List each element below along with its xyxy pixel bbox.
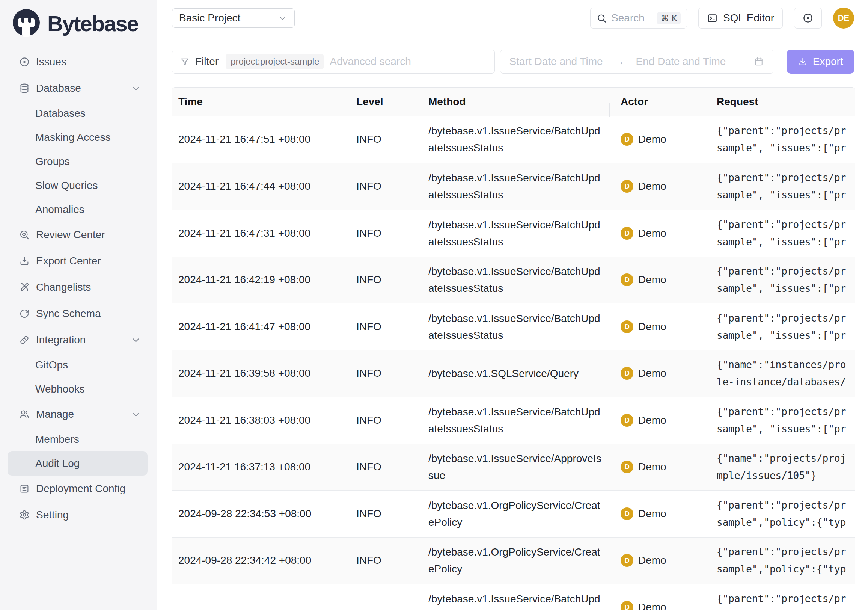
table-row[interactable]: 2024-11-21 16:47:51 +08:00INFO/bytebase.… — [172, 116, 855, 163]
sidebar-item-sync-schema[interactable]: Sync Schema — [8, 301, 147, 327]
sidebar-item-manage[interactable]: Manage — [8, 401, 147, 427]
actor-name: Demo — [638, 274, 666, 286]
search-button[interactable]: Search ⌘ K — [590, 8, 687, 28]
cell-time: 2024-11-21 16:47:31 +08:00 — [172, 227, 356, 239]
sql-editor-label: SQL Editor — [723, 12, 774, 24]
actor-name: Demo — [638, 601, 666, 610]
circle-dot-icon — [802, 12, 814, 24]
filter-chip[interactable]: project:project-sample — [226, 54, 324, 70]
actor-avatar: D — [621, 554, 633, 567]
topbar: Basic Project Search ⌘ K SQL E — [157, 0, 868, 36]
sidebar-item-integration[interactable]: Integration — [8, 327, 147, 353]
cell-method: /bytebase.v1.IssueService/BatchUpd ateIs… — [428, 216, 609, 250]
sql-editor-button[interactable]: SQL Editor — [698, 8, 783, 28]
sidebar-item-review-center[interactable]: Review Center — [8, 222, 147, 248]
cell-method: /bytebase.v1.IssueService/BatchUpd ateIs… — [428, 123, 609, 156]
sidebar-item-gitops[interactable]: GitOps — [8, 353, 147, 377]
actor-avatar: D — [621, 414, 633, 427]
column-header-level: Level — [356, 96, 428, 108]
search-icon — [597, 13, 607, 23]
filter-input[interactable]: Filter project:project-sample Advanced s… — [172, 50, 495, 74]
cell-request: {"parent":"projects/pr sample", "issues"… — [717, 216, 856, 250]
brand-name: Bytebase — [47, 11, 138, 36]
cell-actor: DDemo — [609, 133, 717, 146]
sidebar-item-label: Anomalies — [35, 203, 84, 216]
sidebar-item-database[interactable]: Database — [8, 75, 147, 101]
brand-logo[interactable]: Bytebase — [0, 0, 157, 42]
actor-name: Demo — [638, 367, 666, 379]
table-row[interactable]: 2024-11-21 16:38:03 +08:00INFO/bytebase.… — [172, 397, 855, 444]
review-center-icon — [19, 229, 30, 241]
user-avatar[interactable]: DE — [833, 8, 854, 28]
cell-time: 2024-09-28 22:34:53 +08:00 — [172, 508, 356, 520]
sidebar-item-audit-log[interactable]: Audit Log — [8, 452, 147, 475]
sidebar-item-members[interactable]: Members — [8, 427, 147, 452]
table-row[interactable]: 2024-11-21 16:39:58 +08:00INFO/bytebase.… — [172, 350, 855, 397]
table-row[interactable]: 2024-09-28 22:34:42 +08:00INFO/bytebase.… — [172, 537, 855, 584]
table-row[interactable]: /bytebase.v1.IssueService/BatchUpd ateIs… — [172, 584, 855, 610]
date-range-picker[interactable]: Start Date and Time → End Date and Time — [500, 50, 773, 74]
actor-name: Demo — [638, 508, 666, 520]
table-row[interactable]: 2024-09-28 22:34:53 +08:00INFO/bytebase.… — [172, 490, 855, 537]
cell-request: {"parent":"projects/pr sample","policy":… — [717, 543, 856, 578]
table-row[interactable]: 2024-11-21 16:41:47 +08:00INFO/bytebase.… — [172, 303, 855, 350]
sidebar-item-changelists[interactable]: Changelists — [8, 274, 147, 301]
sidebar-item-anomalies[interactable]: Anomalies — [8, 197, 147, 222]
actor-name: Demo — [638, 180, 666, 192]
sync-schema-icon — [19, 308, 30, 319]
main-area: Basic Project Search ⌘ K SQL E — [157, 0, 868, 610]
end-date-placeholder: End Date and Time — [636, 56, 726, 68]
actor-avatar: D — [621, 461, 633, 473]
cell-level: INFO — [356, 180, 428, 192]
sidebar-item-slow-queries[interactable]: Slow Queries — [8, 174, 147, 197]
table-row[interactable]: 2024-11-21 16:42:19 +08:00INFO/bytebase.… — [172, 256, 855, 304]
sidebar-item-groups[interactable]: Groups — [8, 149, 147, 174]
sidebar-item-label: Slow Queries — [35, 180, 98, 192]
cell-actor: DDemo — [609, 554, 717, 567]
sidebar-item-deployment-config[interactable]: Deployment Config — [8, 475, 147, 502]
search-kbd-badge: ⌘ K — [657, 12, 680, 25]
start-date-placeholder: Start Date and Time — [510, 56, 603, 68]
sidebar-item-label: Integration — [36, 334, 85, 346]
sidebar-item-label: Databases — [35, 107, 85, 120]
audit-table-body: 2024-11-21 16:47:51 +08:00INFO/bytebase.… — [172, 116, 855, 610]
actor-avatar: D — [621, 367, 633, 380]
export-button[interactable]: Export — [787, 50, 854, 74]
bytebase-logo-icon — [11, 8, 41, 38]
cell-time: 2024-09-28 22:34:42 +08:00 — [172, 554, 356, 567]
sidebar-item-webhooks[interactable]: Webhooks — [8, 377, 147, 401]
table-row[interactable]: 2024-11-21 16:47:44 +08:00INFO/bytebase.… — [172, 163, 855, 210]
sidebar-item-label: Groups — [35, 155, 70, 168]
sidebar-item-label: Sync Schema — [36, 307, 101, 320]
cell-method: /bytebase.v1.IssueService/BatchUpd ateIs… — [428, 404, 609, 437]
database-icon — [19, 83, 30, 94]
sidebar-item-databases[interactable]: Databases — [8, 101, 147, 126]
cell-level: INFO — [356, 554, 428, 567]
sidebar-item-masking-access[interactable]: Masking Access — [8, 126, 147, 149]
project-select[interactable]: Basic Project — [172, 8, 295, 28]
cell-level: INFO — [356, 367, 428, 379]
sidebar-item-export-center[interactable]: Export Center — [8, 248, 147, 274]
cell-actor: DDemo — [609, 320, 717, 333]
table-row[interactable]: 2024-11-21 16:37:13 +08:00INFO/bytebase.… — [172, 444, 855, 490]
export-label: Export — [813, 56, 843, 68]
cell-method: /bytebase.v1.OrgPolicyService/Creat ePol… — [428, 543, 609, 577]
column-header-actor: Actor — [609, 96, 717, 108]
cell-level: INFO — [356, 274, 428, 286]
cell-request: {"parent":"projects/pr sample", "issues"… — [717, 169, 856, 203]
cell-method: /bytebase.v1.IssueService/BatchUpd ateIs… — [428, 263, 609, 297]
cell-time: 2024-11-21 16:47:51 +08:00 — [172, 133, 356, 145]
export-center-icon — [19, 255, 30, 267]
integration-icon — [19, 334, 30, 346]
sidebar-item-label: Audit Log — [35, 458, 80, 470]
cell-method: /bytebase.v1.IssueService/BatchUpd ateIs… — [428, 169, 609, 203]
help-center-button[interactable] — [794, 8, 822, 28]
sidebar-item-setting[interactable]: Setting — [8, 502, 147, 528]
terminal-icon — [707, 13, 718, 24]
audit-table: Time Level Method Actor Request 2024-11-… — [172, 87, 855, 610]
sidebar-item-issues[interactable]: Issues — [8, 49, 147, 75]
table-row[interactable]: 2024-11-21 16:47:31 +08:00INFO/bytebase.… — [172, 210, 855, 256]
cell-actor: DDemo — [609, 367, 717, 380]
cell-time: 2024-11-21 16:39:58 +08:00 — [172, 367, 356, 379]
changelists-icon — [19, 282, 30, 293]
